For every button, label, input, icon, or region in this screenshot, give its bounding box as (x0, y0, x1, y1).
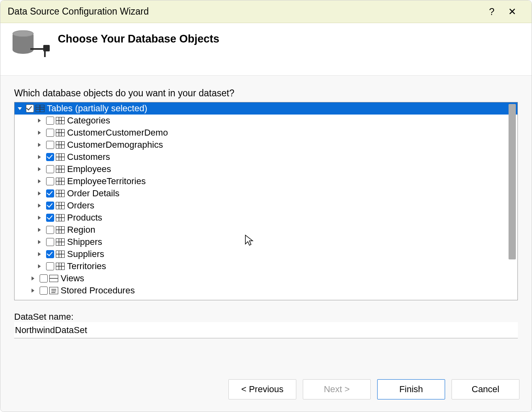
wizard-window: Data Source Configuration Wizard ? ✕ Cho… (0, 0, 532, 412)
cancel-button-label: Cancel (472, 384, 499, 395)
tree-item-label: CustomerDemographics (67, 140, 163, 150)
table-icon (56, 129, 65, 136)
checkbox[interactable] (46, 214, 54, 222)
checkbox[interactable] (46, 238, 54, 246)
checkbox[interactable] (40, 287, 48, 295)
finish-button[interactable]: Finish (377, 379, 445, 399)
window-title: Data Source Configuration Wizard (8, 6, 149, 17)
titlebar-controls: ? ✕ (489, 0, 532, 23)
checkbox[interactable] (46, 165, 54, 173)
tree-table-customerdemographics[interactable]: CustomerDemographics (15, 139, 517, 151)
dataset-name-input[interactable] (14, 322, 518, 338)
tree-table-territories[interactable]: Territories (15, 260, 517, 272)
table-icon (56, 263, 65, 270)
expand-icon[interactable] (38, 228, 44, 232)
expand-icon[interactable] (38, 131, 44, 135)
tables-folder-icon (36, 105, 44, 112)
tree-item-label: CustomerCustomerDemo (67, 127, 168, 138)
dataset-name-label: DataSet name: (14, 312, 518, 322)
table-icon (56, 202, 65, 209)
checkbox[interactable] (46, 250, 54, 258)
wizard-header: Choose Your Database Objects (0, 23, 532, 76)
checkbox[interactable] (46, 177, 54, 185)
next-button-label: Next > (324, 384, 350, 395)
tree-table-categories[interactable]: Categories (15, 115, 517, 127)
checkbox[interactable] (46, 153, 54, 161)
tree-item-label: Views (61, 273, 84, 284)
tree-item-label: Categories (67, 115, 110, 126)
expand-icon[interactable] (38, 143, 44, 147)
table-icon (56, 190, 65, 197)
tree-table-customercustomerdemo[interactable]: CustomerCustomerDemo (15, 127, 517, 139)
wizard-footer: < Previous Next > Finish Cancel (0, 367, 532, 412)
expand-icon[interactable] (32, 276, 37, 280)
tree-table-employeeterritories[interactable]: EmployeeTerritories (15, 175, 517, 187)
tree-table-products[interactable]: Products (15, 212, 517, 224)
cancel-button[interactable]: Cancel (452, 379, 519, 399)
tree-scrollbar[interactable] (509, 104, 516, 298)
tree-table-order-details[interactable]: Order Details (15, 187, 517, 200)
expand-icon[interactable] (38, 240, 44, 244)
expand-icon[interactable] (38, 264, 44, 268)
checkbox[interactable] (26, 104, 34, 113)
expand-icon[interactable] (38, 155, 44, 159)
table-icon (56, 214, 65, 221)
expand-icon[interactable] (38, 119, 44, 123)
page-title: Choose Your Database Objects (58, 33, 220, 45)
wizard-content: Which database objects do you want in yo… (0, 76, 532, 367)
object-tree[interactable]: Tables (partially selected)CategoriesCus… (15, 102, 517, 300)
views-icon (49, 275, 58, 282)
titlebar: Data Source Configuration Wizard ? ✕ (0, 0, 532, 23)
previous-button[interactable]: < Previous (228, 379, 296, 399)
checkbox[interactable] (46, 262, 54, 270)
expand-icon[interactable] (38, 191, 44, 195)
next-button: Next > (303, 379, 371, 399)
tree-scroll-thumb[interactable] (509, 104, 516, 259)
help-button[interactable]: ? (489, 7, 494, 17)
tree-item-label: Shippers (67, 237, 102, 247)
table-icon (56, 251, 65, 258)
tree-table-suppliers[interactable]: Suppliers (15, 248, 517, 260)
table-icon (56, 117, 65, 124)
tree-table-shippers[interactable]: Shippers (15, 236, 517, 248)
expand-icon[interactable] (38, 204, 44, 208)
checkbox[interactable] (46, 202, 54, 210)
checkbox[interactable] (46, 189, 54, 198)
table-icon (56, 166, 65, 173)
finish-button-label: Finish (399, 384, 423, 395)
expand-icon[interactable] (38, 179, 44, 183)
expand-icon[interactable] (38, 252, 44, 256)
tree-item-label: Region (67, 225, 95, 235)
tree-item-label: Tables (partially selected) (47, 103, 147, 114)
checkbox[interactable] (40, 274, 48, 282)
close-button[interactable]: ✕ (508, 7, 516, 17)
tree-item-label: Customers (67, 152, 110, 162)
expand-icon[interactable] (32, 289, 37, 293)
stored-procedures-icon (49, 287, 58, 294)
tree-table-orders[interactable]: Orders (15, 200, 517, 212)
table-icon (56, 238, 65, 246)
prompt-text: Which database objects do you want in yo… (14, 88, 518, 99)
checkbox[interactable] (46, 226, 54, 234)
table-icon (56, 226, 65, 234)
collapse-icon[interactable] (18, 107, 23, 110)
expand-icon[interactable] (38, 216, 44, 220)
checkbox[interactable] (46, 129, 54, 137)
tree-views[interactable]: Views (15, 272, 517, 285)
tree-table-customers[interactable]: Customers (15, 151, 517, 163)
tree-table-employees[interactable]: Employees (15, 163, 517, 175)
tree-stored-procedures[interactable]: Stored Procedures (15, 285, 517, 297)
tree-root-tables[interactable]: Tables (partially selected) (15, 102, 517, 115)
tree-item-label: Employees (67, 164, 111, 174)
table-icon (56, 141, 65, 149)
tree-item-label: Suppliers (67, 249, 104, 259)
object-tree-container: Tables (partially selected)CategoriesCus… (14, 102, 518, 300)
checkbox[interactable] (46, 117, 54, 125)
tree-item-label: Products (67, 212, 102, 223)
tree-item-label: Stored Procedures (61, 285, 135, 296)
expand-icon[interactable] (38, 167, 44, 171)
tree-item-label: Order Details (67, 188, 120, 199)
tree-item-label: Territories (67, 261, 106, 272)
tree-table-region[interactable]: Region (15, 224, 517, 236)
checkbox[interactable] (46, 141, 54, 149)
